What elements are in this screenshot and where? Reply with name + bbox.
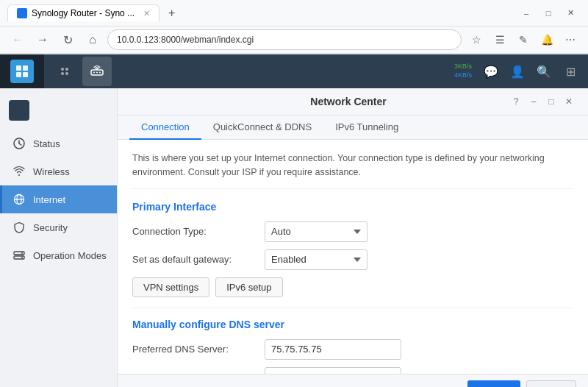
panel-controls: ? – □ ✕: [509, 94, 576, 109]
alternative-dns-control: [265, 367, 573, 374]
maximize-button[interactable]: □: [538, 6, 559, 21]
desktop-button[interactable]: [50, 57, 79, 86]
svg-rect-0: [16, 65, 21, 71]
wireless-icon: [12, 165, 26, 178]
close-button[interactable]: ✕: [560, 6, 581, 21]
sidebar-logo-icon: [9, 100, 29, 121]
panel-minimize-button[interactable]: –: [526, 94, 541, 109]
svg-rect-2: [16, 72, 21, 77]
syno-apps-bar: [44, 57, 450, 86]
sidebar-item-label-status: Status: [33, 138, 60, 149]
connection-type-label: Connection Type:: [132, 226, 265, 237]
menu-icon[interactable]: ☰: [490, 29, 510, 50]
sidebar-item-internet[interactable]: Internet: [0, 185, 117, 213]
sidebar-item-operation-modes[interactable]: Operation Modes: [0, 241, 117, 269]
widgets-button[interactable]: ⊞: [559, 60, 582, 83]
upload-speed: 3KB/s: [454, 63, 472, 71]
svg-point-7: [99, 72, 101, 74]
minimize-button[interactable]: –: [516, 6, 537, 21]
panel-body: This is where you set up your Internet c…: [118, 140, 588, 374]
tab-quickconnect[interactable]: QuickConnect & DDNS: [201, 116, 323, 140]
ipv6-setup-button[interactable]: IPv6 setup: [215, 277, 282, 297]
download-speed: 4KB/s: [454, 71, 472, 80]
svg-point-15: [21, 257, 23, 258]
extensions-icon[interactable]: ⋯: [560, 29, 581, 50]
status-icon: [12, 137, 26, 150]
alternative-dns-row: Alternative DNS Server:: [132, 367, 573, 374]
reset-button[interactable]: Reset: [526, 380, 576, 387]
desktop-icon: [61, 68, 68, 75]
synology-logo: [0, 54, 44, 88]
logo-icon: [10, 60, 34, 83]
address-bar[interactable]: [107, 29, 462, 50]
sidebar-item-status[interactable]: Status: [0, 129, 117, 157]
primary-interface-title: Primary Interface: [132, 201, 573, 213]
svg-point-5: [93, 72, 95, 74]
preferred-dns-label: Preferred DNS Server:: [132, 344, 265, 355]
tab-connection[interactable]: Connection: [129, 116, 201, 140]
user-button[interactable]: 👤: [506, 60, 529, 83]
tab-close-icon[interactable]: ✕: [143, 9, 150, 18]
connection-type-select[interactable]: Auto PPPoE Static IP DHCP: [265, 221, 368, 242]
gateway-select[interactable]: Enabled Disabled: [265, 249, 368, 270]
operation-modes-icon: [12, 249, 26, 262]
new-tab-icon[interactable]: +: [168, 7, 175, 20]
gateway-label: Set as default gateway:: [132, 254, 265, 265]
router-app-button[interactable]: [82, 57, 112, 86]
vpn-ipv6-group: VPN settings IPv6 setup: [132, 277, 573, 297]
gateway-row: Set as default gateway: Enabled Disabled: [132, 249, 573, 270]
primary-interface-section: Primary Interface Connection Type: Auto …: [132, 201, 573, 297]
svg-rect-1: [23, 65, 28, 71]
connection-type-row: Connection Type: Auto PPPoE Static IP DH…: [132, 221, 573, 242]
alternative-dns-input[interactable]: [265, 367, 401, 374]
content-area: Network Center ? – □ ✕ Connection QuickC…: [118, 88, 588, 387]
panel-title: Network Center: [188, 96, 509, 107]
tab-ipv6[interactable]: IPv6 Tunneling: [323, 116, 410, 140]
refresh-button[interactable]: ↻: [57, 29, 78, 50]
preferred-dns-control: [265, 339, 573, 360]
router-icon: [89, 63, 105, 79]
panel-close-button[interactable]: ✕: [562, 94, 576, 109]
browser-titlebar: Synology Router - Syno ... ✕ + – □ ✕: [0, 0, 588, 26]
browser-tab[interactable]: Synology Router - Syno ... ✕: [7, 4, 159, 21]
svg-point-14: [21, 252, 23, 254]
tab-label: Synology Router - Syno ...: [32, 8, 135, 18]
sidebar-item-security[interactable]: Security: [0, 213, 117, 241]
window-controls: – □ ✕: [516, 6, 581, 21]
internet-icon: [12, 193, 26, 206]
sidebar-item-label-wireless: Wireless: [33, 166, 70, 177]
bookmark-icon[interactable]: ☆: [466, 29, 487, 50]
search-button[interactable]: 🔍: [532, 60, 556, 83]
svg-point-6: [96, 72, 98, 74]
sidebar-logo: [0, 94, 117, 127]
panel-header: Network Center ? – □ ✕: [118, 88, 588, 116]
security-icon: [12, 221, 26, 234]
sidebar-item-wireless[interactable]: Wireless: [0, 157, 117, 185]
panel-maximize-button[interactable]: □: [544, 94, 559, 109]
forward-button[interactable]: →: [32, 29, 53, 50]
dns-section: Manually configure DNS server Preferred …: [132, 319, 573, 374]
gateway-control: Enabled Disabled: [265, 249, 573, 270]
chat-button[interactable]: 💬: [479, 60, 503, 83]
sidebar-item-label-security: Security: [33, 222, 68, 233]
edit-icon[interactable]: ✎: [513, 29, 534, 50]
svg-rect-3: [23, 72, 28, 77]
tabs-bar: Connection QuickConnect & DDNS IPv6 Tunn…: [118, 116, 588, 140]
sidebar-item-label-internet: Internet: [33, 194, 65, 205]
speed-widget: 3KB/s 4KB/s: [450, 63, 476, 79]
dns-section-title: Manually configure DNS server: [132, 319, 573, 330]
apply-button[interactable]: Apply: [467, 380, 521, 387]
panel-description: This is where you set up your Internet c…: [132, 152, 573, 189]
notification-icon[interactable]: 🔔: [537, 29, 557, 50]
panel-question-button[interactable]: ?: [509, 94, 523, 109]
preferred-dns-row: Preferred DNS Server:: [132, 339, 573, 360]
connection-type-control: Auto PPPoE Static IP DHCP: [265, 221, 573, 242]
back-button[interactable]: ←: [7, 29, 28, 50]
section-divider-1: [132, 308, 573, 308]
preferred-dns-input[interactable]: [265, 339, 401, 360]
synology-topbar: 3KB/s 4KB/s 💬 👤 🔍 ⊞: [0, 54, 588, 88]
vpn-settings-button[interactable]: VPN settings: [132, 277, 209, 297]
browser-toolbar: ← → ↻ ⌂ ☆ ☰ ✎ 🔔 ⋯: [0, 26, 588, 54]
app-container: Status Wireless Internet Security Operat: [0, 88, 588, 387]
home-button[interactable]: ⌂: [82, 29, 103, 50]
